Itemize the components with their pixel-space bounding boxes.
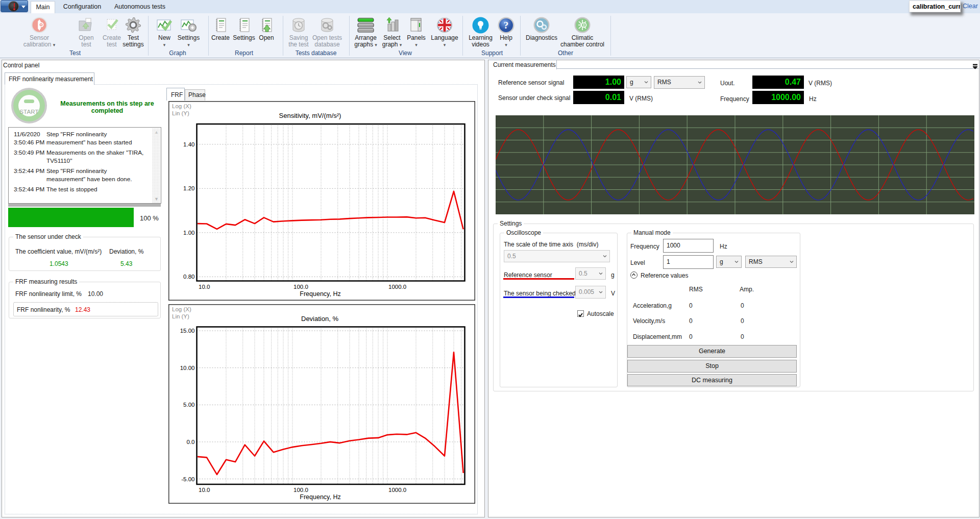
svg-text:Sensitivity, mV/(m/s²): Sensitivity, mV/(m/s²) — [279, 112, 341, 119]
svg-text:100.0: 100.0 — [293, 283, 308, 289]
svg-text:Deviation, %: Deviation, % — [301, 315, 338, 323]
svg-text:?: ? — [504, 20, 509, 31]
svg-text:10.0: 10.0 — [199, 487, 210, 493]
svg-text:Frequency, Hz: Frequency, Hz — [300, 290, 340, 297]
svg-text:15.00: 15.00 — [180, 328, 195, 334]
svg-text:1000.0: 1000.0 — [388, 283, 406, 289]
svg-text:Log (X): Log (X) — [172, 306, 191, 312]
svg-text:1.40: 1.40 — [183, 141, 194, 147]
svg-text:Log (X): Log (X) — [172, 103, 191, 109]
svg-text:Lin (Y): Lin (Y) — [172, 110, 189, 116]
svg-text:1.20: 1.20 — [183, 185, 194, 191]
svg-text:1.00: 1.00 — [183, 229, 194, 235]
svg-text:Lin (Y): Lin (Y) — [172, 313, 189, 319]
svg-text:-5.00: -5.00 — [181, 476, 194, 482]
svg-text:0.80: 0.80 — [183, 274, 194, 280]
svg-text:Frequency, Hz: Frequency, Hz — [300, 493, 340, 501]
svg-text:1000.0: 1000.0 — [388, 487, 406, 493]
svg-text:10.0: 10.0 — [199, 283, 210, 289]
svg-text:10.00: 10.00 — [180, 364, 195, 370]
svg-text:5.00: 5.00 — [183, 402, 194, 408]
svg-text:0.0: 0.0 — [187, 438, 195, 444]
svg-text:100.0: 100.0 — [293, 487, 308, 493]
